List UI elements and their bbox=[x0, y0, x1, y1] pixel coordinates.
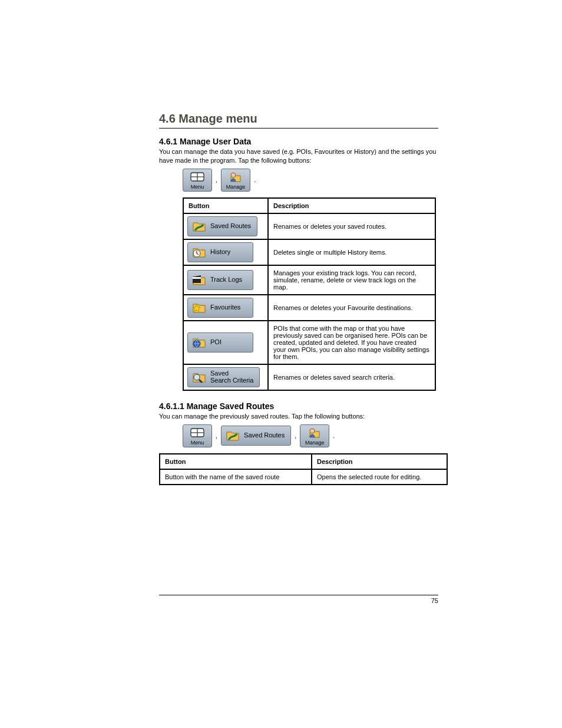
track-logs-desc: Manages your existing track logs. You ca… bbox=[268, 265, 435, 295]
section-title: 4.6 Manage menu bbox=[159, 112, 438, 126]
page-footer: 75 bbox=[159, 591, 438, 605]
route-folder-icon bbox=[191, 220, 207, 233]
manage-button[interactable]: Manage bbox=[221, 169, 250, 192]
table-row: Track Logs Manages your existing track l… bbox=[183, 265, 435, 295]
breadcrumb-2: Menu , Saved Routes , Manage . bbox=[183, 424, 438, 447]
table-row: POI POIs that come with the map or that … bbox=[183, 321, 435, 364]
svg-point-3 bbox=[231, 173, 236, 177]
manage-button-label: Manage bbox=[226, 185, 246, 190]
breadcrumb-separator: , bbox=[216, 432, 217, 439]
globe-folder-icon bbox=[191, 336, 207, 349]
history-label: History bbox=[210, 249, 230, 256]
track-logs-button[interactable]: Track Logs bbox=[187, 270, 253, 290]
poi-button[interactable]: POI bbox=[187, 332, 253, 353]
manage-person-folder-icon bbox=[308, 427, 322, 440]
table-row: Saved Routes Renames or deletes your sav… bbox=[183, 213, 435, 239]
manage-options-table: Button Description Saved Routes Renames … bbox=[183, 197, 436, 391]
menu-grid-icon bbox=[190, 171, 204, 184]
manage-button-2[interactable]: Manage bbox=[300, 424, 329, 447]
poi-desc: POIs that come with the map or that you … bbox=[268, 321, 435, 364]
table-row: Button with the name of the saved route … bbox=[160, 469, 447, 485]
breadcrumb-separator: , bbox=[216, 176, 217, 183]
saved-search-criteria-desc: Renames or deletes saved search criteria… bbox=[268, 364, 435, 390]
star-folder-icon bbox=[191, 301, 207, 314]
section-divider bbox=[159, 128, 438, 129]
menu-button-2[interactable]: Menu bbox=[183, 424, 212, 447]
table-row: Saved Search Criteria Renames or deletes… bbox=[183, 364, 435, 390]
svg-point-8 bbox=[194, 374, 200, 380]
table1-header-desc: Description bbox=[268, 198, 435, 213]
table2-row0-btn: Button with the name of the saved route bbox=[160, 469, 312, 485]
subsection-title-1: 4.6.1 Manage User Data bbox=[159, 137, 438, 146]
saved-routes-desc: Renames or deletes your saved routes. bbox=[268, 213, 435, 239]
table2-row0-desc: Opens the selected route for editing. bbox=[312, 469, 447, 485]
table-row: History Deletes single or multiple Histo… bbox=[183, 239, 435, 265]
menu-button-label: Menu bbox=[191, 185, 204, 190]
saved-search-criteria-button[interactable]: Saved Search Criteria bbox=[187, 367, 260, 387]
saved-search-criteria-label: Saved Search Criteria bbox=[210, 370, 253, 384]
poi-label: POI bbox=[210, 339, 222, 346]
table2-header-button: Button bbox=[160, 454, 312, 469]
menu-button[interactable]: Menu bbox=[183, 169, 212, 192]
breadcrumb-end: . bbox=[254, 176, 256, 183]
favourites-label: Favourites bbox=[210, 304, 240, 311]
subsection-title-2: 4.6.1.1 Manage Saved Routes bbox=[159, 401, 438, 411]
breadcrumb-separator: , bbox=[295, 432, 296, 439]
table2-header-desc: Description bbox=[312, 454, 447, 469]
route-folder-icon bbox=[225, 429, 240, 442]
table-row: Favourites Renames or deletes your Favou… bbox=[183, 295, 435, 321]
svg-point-13 bbox=[310, 429, 315, 433]
breadcrumb-end: . bbox=[333, 432, 335, 439]
saved-routes-bc-label: Saved Routes bbox=[244, 432, 285, 439]
magnifier-folder-icon bbox=[191, 371, 207, 384]
subsection-desc-2: You can manage the previously saved rout… bbox=[159, 412, 438, 421]
favourites-desc: Renames or deletes your Favourite destin… bbox=[268, 295, 435, 321]
saved-routes-label: Saved Routes bbox=[210, 223, 251, 230]
track-logs-label: Track Logs bbox=[210, 276, 242, 284]
svg-rect-6 bbox=[193, 277, 201, 279]
saved-routes-button[interactable]: Saved Routes bbox=[187, 216, 257, 236]
table1-header-button: Button bbox=[183, 198, 268, 213]
menu-grid-icon bbox=[190, 427, 204, 440]
manage-button-2-label: Manage bbox=[305, 440, 325, 446]
history-desc: Deletes single or multiple History items… bbox=[268, 239, 435, 265]
saved-routes-button-bc[interactable]: Saved Routes bbox=[221, 426, 291, 446]
clock-folder-icon bbox=[191, 246, 207, 259]
menu-button-2-label: Menu bbox=[191, 440, 204, 446]
favourites-button[interactable]: Favourites bbox=[187, 298, 253, 318]
manage-person-folder-icon bbox=[229, 171, 243, 184]
subsection-desc-1: You can manage the data you have saved (… bbox=[159, 147, 438, 165]
page-number: 75 bbox=[431, 597, 438, 604]
breadcrumb-1: Menu , Manage . bbox=[183, 169, 438, 192]
clapper-folder-icon bbox=[191, 274, 207, 286]
manage-saved-routes-table: Button Description Button with the name … bbox=[159, 453, 448, 485]
history-button[interactable]: History bbox=[187, 242, 253, 262]
